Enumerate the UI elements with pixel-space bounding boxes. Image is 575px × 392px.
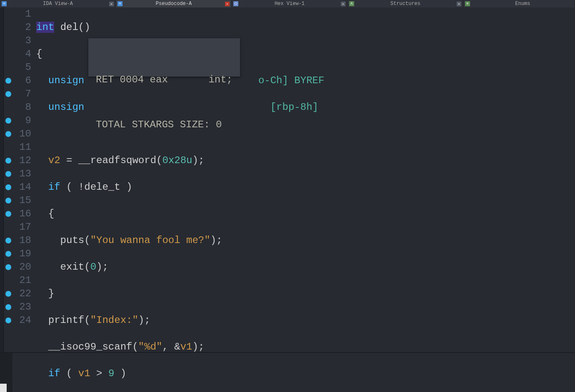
fold-gutter[interactable]: [0, 7, 4, 392]
line-number: 21: [13, 274, 31, 287]
enum-icon: ≡: [465, 1, 470, 6]
breakpoint-icon[interactable]: [5, 78, 11, 84]
close-icon[interactable]: ×: [109, 2, 114, 6]
code-line[interactable]: if ( v1 > 9 ): [36, 367, 575, 380]
doc-icon: ≡: [118, 1, 122, 6]
tab-structures[interactable]: A Structures ×: [348, 0, 463, 7]
code-line[interactable]: printf("Index:");: [36, 314, 575, 327]
line-number: 13: [13, 167, 31, 181]
line-number: 10: [13, 127, 31, 141]
panel-corner: [0, 384, 7, 392]
hover-tooltip: RET 0004 eax int; TOTAL STKARGS SIZE: 0: [88, 38, 240, 77]
line-number: 5: [13, 61, 31, 74]
line-number: 20: [13, 261, 31, 274]
line-number: 2: [13, 21, 31, 34]
close-icon[interactable]: ×: [341, 2, 345, 6]
code-line[interactable]: exit(0);: [36, 261, 575, 274]
breakpoint-icon[interactable]: [5, 211, 11, 217]
line-number: 15: [13, 194, 31, 207]
line-number: 18: [13, 234, 31, 247]
breakpoint-icon[interactable]: [5, 118, 11, 124]
tab-label: Enums: [472, 0, 573, 7]
line-number: 24: [13, 314, 31, 327]
doc-icon: ≡: [2, 1, 7, 6]
line-number: 23: [13, 300, 31, 314]
line-number: 14: [13, 181, 31, 194]
tab-enums[interactable]: ≡ Enums: [463, 0, 575, 7]
struct-icon: A: [349, 1, 354, 6]
breakpoint-icon[interactable]: [5, 184, 11, 190]
breakpoint-icon[interactable]: [5, 91, 11, 97]
tooltip-text: RET 0004 eax: [96, 72, 168, 87]
breakpoint-icon[interactable]: [5, 251, 11, 257]
tooltip-text: int;: [208, 72, 232, 87]
code-line[interactable]: int del(): [36, 21, 575, 34]
breakpoint-icon[interactable]: [5, 291, 11, 297]
tab-label: Hex View-1: [241, 0, 338, 7]
line-number: 12: [13, 154, 31, 167]
bottom-panel-edge: [0, 353, 12, 392]
editor: 1 2 3 4 5 6 7 8 9 10 11 12 13 14 15 16 1…: [0, 7, 575, 392]
breakpoint-icon[interactable]: [5, 318, 11, 323]
line-number: 8: [13, 101, 31, 114]
breakpoint-icon[interactable]: [5, 158, 11, 164]
code-line[interactable]: puts("You wanna fool me?");: [36, 234, 575, 247]
breakpoint-icon[interactable]: [5, 171, 11, 177]
line-number: 11: [13, 141, 31, 154]
tab-label: Pseudocode-A: [125, 0, 222, 7]
tab-label: IDA View-A: [9, 0, 107, 7]
tab-hex-view-1[interactable]: ◯ Hex View-1 ×: [232, 0, 348, 7]
breakpoint-icon[interactable]: [5, 238, 11, 243]
breakpoint-icon[interactable]: [5, 304, 11, 310]
breakpoint-icon[interactable]: [5, 131, 11, 137]
hex-icon: ◯: [233, 1, 238, 6]
line-number: 1: [13, 7, 31, 21]
breakpoint-gutter[interactable]: [4, 7, 13, 392]
line-number: 4: [13, 47, 31, 61]
close-icon[interactable]: ×: [225, 2, 230, 6]
line-number-gutter: 1 2 3 4 5 6 7 8 9 10 11 12 13 14 15 16 1…: [13, 7, 35, 392]
line-number: 19: [13, 247, 31, 261]
tab-label: Structures: [357, 0, 454, 7]
tab-ida-view-a[interactable]: ≡ IDA View-A ×: [0, 0, 116, 7]
tooltip-text: TOTAL STKARGS SIZE: 0: [96, 117, 232, 132]
line-number: 9: [13, 114, 31, 127]
line-number: 17: [13, 221, 31, 234]
breakpoint-icon[interactable]: [5, 264, 11, 270]
line-number: 3: [13, 34, 31, 47]
tab-bar: ≡ IDA View-A × ≡ Pseudocode-A × ◯ Hex Vi…: [0, 0, 575, 7]
panel-separator[interactable]: [0, 352, 575, 353]
code-line[interactable]: {: [36, 207, 575, 221]
breakpoint-icon[interactable]: [5, 198, 11, 203]
line-number: 22: [13, 287, 31, 300]
line-number: 16: [13, 207, 31, 221]
line-number: 6: [13, 74, 31, 87]
line-number: 7: [13, 87, 31, 101]
code-line[interactable]: }: [36, 287, 575, 300]
close-icon[interactable]: ×: [457, 2, 461, 6]
code-line[interactable]: if ( !dele_t ): [36, 181, 575, 194]
tab-pseudocode-a[interactable]: ≡ Pseudocode-A ×: [116, 0, 232, 7]
